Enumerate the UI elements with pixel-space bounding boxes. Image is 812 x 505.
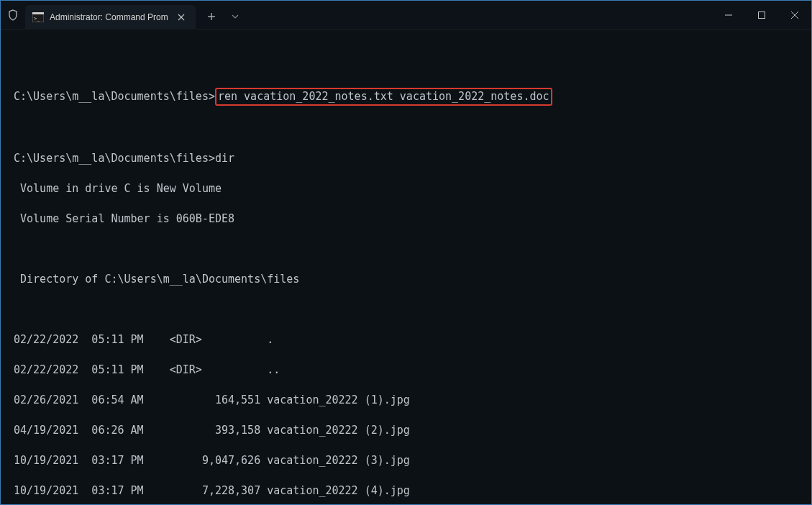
svg-rect-1 <box>32 12 44 14</box>
command-text: dir <box>215 152 234 165</box>
terminal-line: Directory of C:\Users\m__la\Documents\fi… <box>14 272 798 287</box>
terminal-line <box>14 121 798 136</box>
table-row: 10/19/2021 03:17 PM 9,047,626 vacation_2… <box>14 453 798 468</box>
table-row: 02/22/2022 05:11 PM <DIR> . <box>14 332 798 347</box>
highlighted-command: ren vacation_2022_notes.txt vacation_202… <box>215 88 552 106</box>
table-row: 04/19/2021 06:26 AM 393,158 vacation_202… <box>14 423 798 438</box>
table-row: 02/26/2021 06:54 AM 164,551 vacation_202… <box>14 393 798 408</box>
svg-text:>_: >_ <box>34 16 40 22</box>
titlebar: >_ Administrator: Command Prom <box>1 1 811 29</box>
terminal-line: Volume in drive C is New Volume <box>14 181 798 196</box>
shield-icon <box>1 1 25 29</box>
table-row: 02/22/2022 05:11 PM <DIR> .. <box>14 363 798 378</box>
terminal-line: Volume Serial Number is 060B-EDE8 <box>14 211 798 227</box>
prompt: C:\Users\m__la\Documents\files> <box>14 152 215 165</box>
tab-title: Administrator: Command Prom <box>50 12 168 22</box>
terminal-line: C:\Users\m__la\Documents\files>ren vacat… <box>14 88 798 106</box>
maximize-button[interactable] <box>745 1 778 29</box>
tab-close-button[interactable] <box>174 10 188 24</box>
close-button[interactable] <box>778 1 811 29</box>
table-row: 10/19/2021 03:17 PM 7,228,307 vacation_2… <box>14 483 798 499</box>
tab-command-prompt[interactable]: >_ Administrator: Command Prom <box>25 5 196 29</box>
terminal-line: C:\Users\m__la\Documents\files>dir <box>14 151 798 166</box>
terminal-line <box>14 58 798 73</box>
titlebar-left: >_ Administrator: Command Prom <box>1 1 246 29</box>
prompt: C:\Users\m__la\Documents\files> <box>14 90 215 103</box>
window-controls <box>712 1 811 29</box>
new-tab-button[interactable] <box>199 5 224 28</box>
terminal-output[interactable]: C:\Users\m__la\Documents\files>ren vacat… <box>1 29 811 505</box>
tab-dropdown-button[interactable] <box>224 5 246 28</box>
terminal-line <box>14 302 798 317</box>
terminal-line <box>14 242 798 257</box>
cmd-icon: >_ <box>32 12 44 23</box>
svg-rect-8 <box>759 12 765 19</box>
minimize-button[interactable] <box>712 1 745 29</box>
